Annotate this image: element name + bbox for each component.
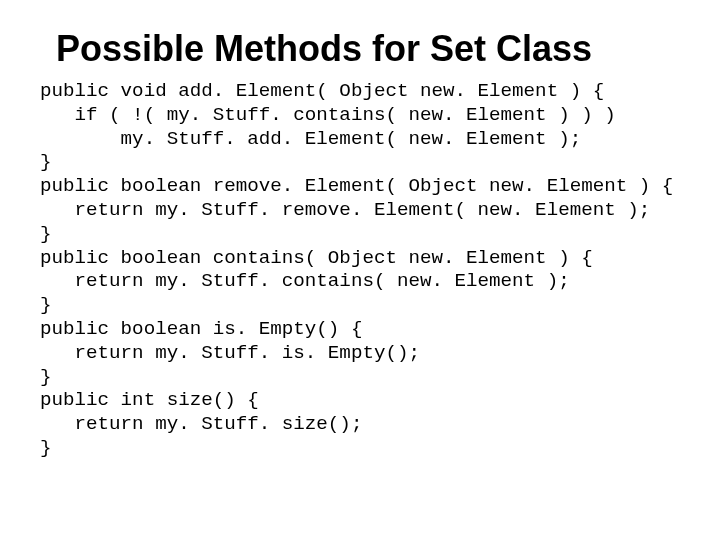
slide-title: Possible Methods for Set Class <box>56 28 682 70</box>
code-block: public void add. Element( Object new. El… <box>40 80 682 461</box>
slide: Possible Methods for Set Class public vo… <box>0 0 720 461</box>
